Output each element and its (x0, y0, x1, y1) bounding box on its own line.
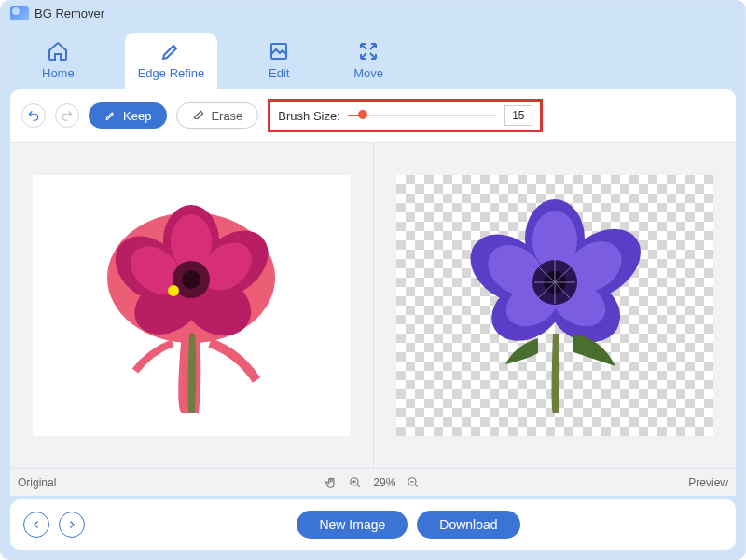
tab-edge-refine[interactable]: Edge Refine (125, 33, 218, 89)
brush-size-value[interactable]: 15 (504, 105, 532, 126)
keep-label: Keep (123, 109, 151, 123)
brush-size-slider[interactable] (348, 114, 497, 117)
undo-button[interactable] (21, 103, 46, 128)
undo-icon (27, 109, 40, 122)
hand-pan-icon[interactable] (325, 476, 338, 489)
tab-home[interactable]: Home (29, 33, 88, 89)
home-icon (47, 40, 69, 62)
new-image-button[interactable]: New Image (297, 511, 408, 539)
redo-button[interactable] (55, 103, 79, 128)
tab-label: Edge Refine (138, 66, 205, 80)
download-button[interactable]: Download (417, 511, 519, 539)
original-frame (33, 175, 350, 436)
app-window: BG Remover Home Edge Refine Edit Move (0, 0, 746, 560)
edit-icon (268, 40, 290, 62)
original-image (89, 194, 294, 417)
tab-label: Move (353, 66, 383, 80)
keep-button[interactable]: Keep (89, 102, 167, 129)
move-icon (357, 40, 380, 62)
preview-label: Preview (688, 476, 728, 489)
chevron-left-icon (31, 519, 42, 530)
preview-frame (396, 175, 713, 436)
slider-thumb[interactable] (358, 110, 367, 119)
brush-keep-icon (104, 109, 117, 122)
brush-size-label: Brush Size: (278, 109, 339, 123)
next-button[interactable] (59, 512, 85, 538)
app-logo-icon (10, 6, 29, 20)
zoom-in-icon[interactable] (349, 476, 362, 489)
canvas-area (10, 142, 736, 468)
tab-edit[interactable]: Edit (255, 33, 303, 89)
prev-button[interactable] (23, 512, 49, 538)
slider-track (348, 115, 497, 116)
tab-move[interactable]: Move (340, 33, 396, 89)
zoom-out-icon[interactable] (407, 476, 420, 489)
tab-label: Edit (269, 66, 289, 80)
edge-refine-icon (159, 40, 182, 62)
svg-point-11 (182, 270, 200, 289)
tab-bar: Home Edge Refine Edit Move (1, 20, 745, 89)
zoom-controls: 29% (325, 476, 420, 489)
app-title: BG Remover (35, 7, 104, 20)
preview-image (452, 194, 657, 417)
tab-label: Home (42, 66, 75, 80)
eraser-icon (192, 109, 205, 122)
title-bar: BG Remover (1, 1, 745, 20)
erase-button[interactable]: Erase (176, 102, 258, 129)
download-label: Download (439, 517, 497, 532)
redo-icon (61, 109, 74, 122)
original-panel[interactable] (10, 143, 373, 468)
zoom-value: 29% (373, 476, 395, 489)
footer-bar: New Image Download (10, 499, 736, 550)
preview-panel[interactable] (373, 143, 737, 468)
status-bar: Original 29% Preview (10, 468, 736, 496)
brush-size-group: Brush Size: 15 (268, 99, 542, 132)
toolbar: Keep Erase Brush Size: 15 (10, 89, 736, 142)
erase-label: Erase (211, 109, 242, 123)
brush-cursor-icon (168, 285, 179, 296)
chevron-right-icon (66, 519, 77, 530)
new-image-label: New Image (319, 517, 385, 532)
original-label: Original (18, 476, 56, 489)
